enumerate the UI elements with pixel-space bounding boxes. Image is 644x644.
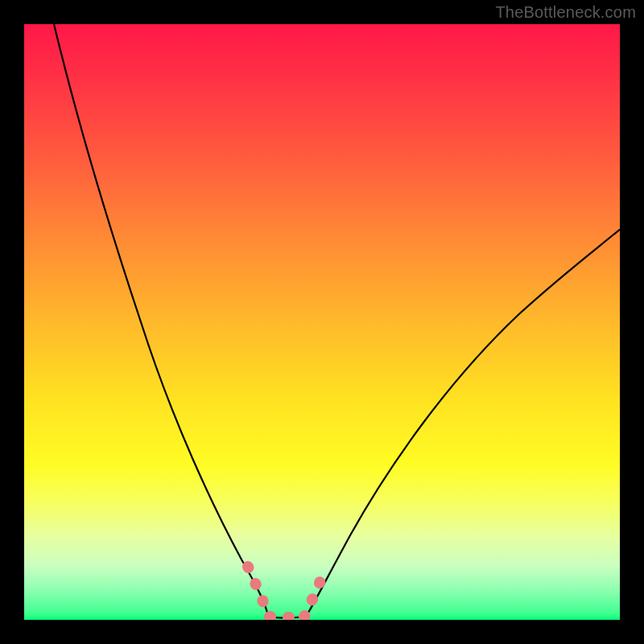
pink-dotted-right: [304, 568, 325, 617]
curve-right-branch: [306, 229, 620, 617]
watermark-text: TheBottleneck.com: [495, 3, 636, 22]
chart-curves-svg: [24, 24, 620, 620]
chart-frame: [24, 24, 620, 620]
curve-left-branch: [54, 24, 268, 616]
